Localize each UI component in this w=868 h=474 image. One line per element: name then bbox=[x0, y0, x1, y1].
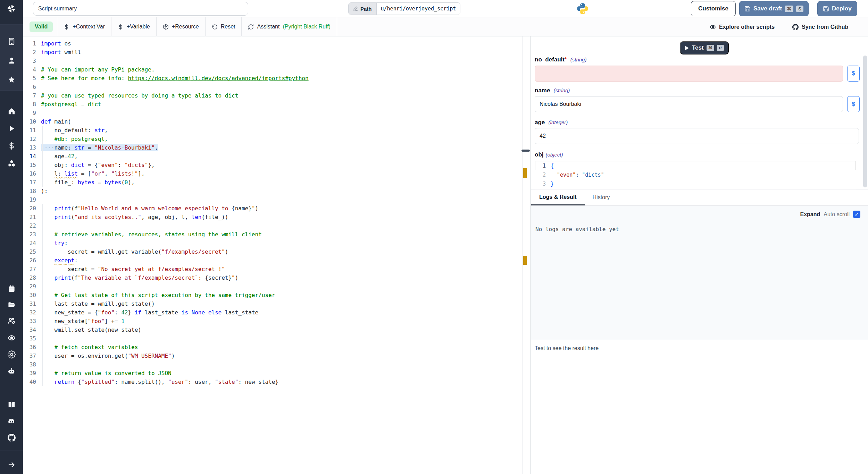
code-line[interactable]: 10def main( bbox=[23, 117, 530, 126]
line-number: 3 bbox=[535, 179, 546, 188]
sidebar-item-ai[interactable] bbox=[0, 363, 23, 379]
code-line[interactable]: 32 new_state = {"foo": 42} if last_state… bbox=[23, 308, 530, 317]
sidebar-item-docs[interactable] bbox=[0, 397, 23, 413]
json-line[interactable]: 3} bbox=[535, 179, 856, 188]
code-line[interactable]: 23 # retrieve variables, resources, stat… bbox=[23, 230, 530, 239]
sidebar-item-schedules[interactable] bbox=[0, 281, 23, 297]
code-line[interactable]: 34 wmill.set_state(new_state) bbox=[23, 325, 530, 334]
code-line[interactable]: 7# you can use typed resources by doing … bbox=[23, 91, 530, 100]
code-line[interactable]: 14 age=42, bbox=[23, 152, 530, 161]
sidebar-item-variables[interactable] bbox=[0, 138, 23, 154]
line-number: 23 bbox=[23, 230, 36, 239]
code-line[interactable]: 9 bbox=[23, 109, 530, 117]
obj-json-editor[interactable]: 1{2 "even": "dicts"3} bbox=[535, 160, 856, 189]
line-number: 29 bbox=[23, 282, 36, 291]
code-line[interactable]: 39 # return value is converted to JSON bbox=[23, 369, 530, 378]
code-line[interactable]: 33 new_state["foo"] += 1 bbox=[23, 317, 530, 325]
code-line[interactable]: 6 bbox=[23, 83, 530, 91]
code-line[interactable]: 11 no_default: str, bbox=[23, 126, 530, 135]
sidebar-item-discord[interactable] bbox=[0, 413, 23, 429]
code-line[interactable]: 26 except: bbox=[23, 256, 530, 265]
code-line[interactable]: 4# You can import any PyPi package. bbox=[23, 65, 530, 74]
toolbar-assistant-button[interactable]: Assistant(Pyright Black Ruff) bbox=[241, 17, 337, 36]
code-line[interactable]: 29 bbox=[23, 282, 530, 291]
sync-from-github-button[interactable]: Sync from Github bbox=[792, 17, 848, 36]
sidebar-item-expand-sidebar[interactable] bbox=[0, 457, 23, 473]
line-content: def main( bbox=[41, 117, 71, 126]
code-line[interactable]: 30 # Get last state of this script execu… bbox=[23, 291, 530, 299]
json-line[interactable]: 1{ bbox=[535, 161, 856, 170]
insert-variable-button[interactable]: $ bbox=[847, 66, 860, 82]
panel-resize-handle[interactable] bbox=[521, 150, 530, 152]
code-line[interactable]: 37 user = os.environ.get("WM_USERNAME") bbox=[23, 352, 530, 360]
path-group[interactable]: Path u/henri/overjoyed_script bbox=[348, 2, 460, 15]
panel-scrollbar[interactable] bbox=[863, 56, 867, 187]
toolbar--resource-button[interactable]: +Resource bbox=[156, 17, 205, 36]
sidebar-item-favorites[interactable] bbox=[0, 71, 23, 87]
insert-variable-button[interactable]: $ bbox=[847, 96, 860, 112]
field-label-age: age (integer) bbox=[535, 119, 568, 126]
sidebar-item-audit-logs[interactable] bbox=[0, 330, 23, 346]
sidebar-item-settings[interactable] bbox=[0, 346, 23, 362]
line-number: 33 bbox=[23, 317, 36, 325]
sidebar-item-runs[interactable] bbox=[0, 120, 23, 136]
explore-other-scripts-button[interactable]: Explore other scripts bbox=[710, 17, 775, 36]
code-line[interactable]: 31 last_state = wmill.get_state() bbox=[23, 299, 530, 308]
code-line[interactable]: 20 print(f"Hello World and a warm welcom… bbox=[23, 204, 530, 213]
toolbar-reset-button[interactable]: Reset bbox=[205, 17, 242, 36]
sidebar-item-resources[interactable] bbox=[0, 155, 23, 171]
code-line[interactable]: 2import wmill bbox=[23, 48, 530, 57]
expand-button[interactable]: Expand bbox=[800, 211, 820, 218]
code-line[interactable]: 15 obj: dict = {"even": "dicts"}, bbox=[23, 161, 530, 169]
sidebar-item-home[interactable] bbox=[0, 103, 23, 119]
code-line[interactable]: 13····name: str = "Nicolas·Bourbaki", bbox=[23, 143, 530, 152]
path-chip[interactable]: Path bbox=[349, 3, 376, 15]
code-line[interactable]: 36 # fetch context variables bbox=[23, 343, 530, 352]
code-line[interactable]: 18): bbox=[23, 187, 530, 195]
sidebar-item-user[interactable] bbox=[0, 52, 23, 68]
code-line[interactable]: 19 bbox=[23, 195, 530, 204]
code-line[interactable]: 22 bbox=[23, 221, 530, 230]
field-input-name[interactable] bbox=[535, 96, 843, 112]
sidebar-item-groups[interactable] bbox=[0, 313, 23, 329]
tab-history[interactable]: History bbox=[585, 189, 618, 205]
deploy-button[interactable]: Deploy bbox=[817, 1, 857, 16]
code-line[interactable]: 28 print(f"The variable at `f/examples/s… bbox=[23, 273, 530, 282]
code-line[interactable]: 24 try: bbox=[23, 239, 530, 247]
customise-button[interactable]: Customise bbox=[691, 1, 736, 16]
line-number: 37 bbox=[23, 352, 36, 360]
code-line[interactable]: 12 #db: postgresql, bbox=[23, 135, 530, 143]
field-input-age[interactable] bbox=[535, 128, 859, 144]
line-content: last_state = wmill.get_state() bbox=[41, 299, 155, 308]
line-content: age=42, bbox=[41, 152, 78, 161]
save-draft-button[interactable]: Save draft ⌘ S bbox=[739, 1, 809, 16]
code-line[interactable]: 25 secret = wmill.get_variable("f/exampl… bbox=[23, 247, 530, 256]
toolbar--variable-button[interactable]: +Variable bbox=[111, 17, 156, 36]
code-line[interactable]: 21 print("and its acolytes..", age, obj,… bbox=[23, 213, 530, 221]
json-line[interactable]: 2 "even": "dicts" bbox=[535, 170, 856, 179]
sidebar-item-folders[interactable] bbox=[0, 297, 23, 313]
sidebar-item-workspace[interactable] bbox=[0, 33, 23, 49]
code-line[interactable]: 1import os bbox=[23, 39, 530, 48]
windmill-logo[interactable] bbox=[0, 0, 23, 17]
code-line[interactable]: 27 secret = "No secret yet at f/examples… bbox=[23, 265, 530, 273]
code-line[interactable]: 5# See here for more info: https://docs.… bbox=[23, 74, 530, 83]
toolbar--context-var-button[interactable]: +Context Var bbox=[57, 17, 111, 36]
code-line[interactable]: 40 return {"splitted": name.split(), "us… bbox=[23, 378, 530, 386]
code-line[interactable]: 17 file_: bytes = bytes(0), bbox=[23, 178, 530, 187]
code-line[interactable]: 35 bbox=[23, 334, 530, 343]
code-editor[interactable]: 1import os2import wmill34# You can impor… bbox=[23, 36, 531, 474]
code-line[interactable]: 38 bbox=[23, 360, 530, 369]
line-content: { bbox=[551, 161, 554, 170]
code-line[interactable]: 16 l: list = ["or", "lists!"], bbox=[23, 169, 530, 178]
sidebar-item-github[interactable] bbox=[0, 430, 23, 446]
tab-logs-result[interactable]: Logs & Result bbox=[531, 189, 585, 205]
field-input-no_default[interactable] bbox=[535, 66, 843, 82]
text-selection: ····name: str = "Nicolas·Bourbaki", bbox=[41, 144, 158, 151]
kbd-cmd: ⌘ bbox=[707, 45, 714, 51]
autoscroll-checkbox[interactable]: ✓ bbox=[853, 211, 860, 218]
test-button[interactable]: Test ⌘ ↵ bbox=[680, 41, 729, 54]
code-line[interactable]: 8#postgresql = dict bbox=[23, 100, 530, 109]
code-line[interactable]: 3 bbox=[23, 57, 530, 65]
script-summary-input[interactable] bbox=[33, 2, 248, 16]
